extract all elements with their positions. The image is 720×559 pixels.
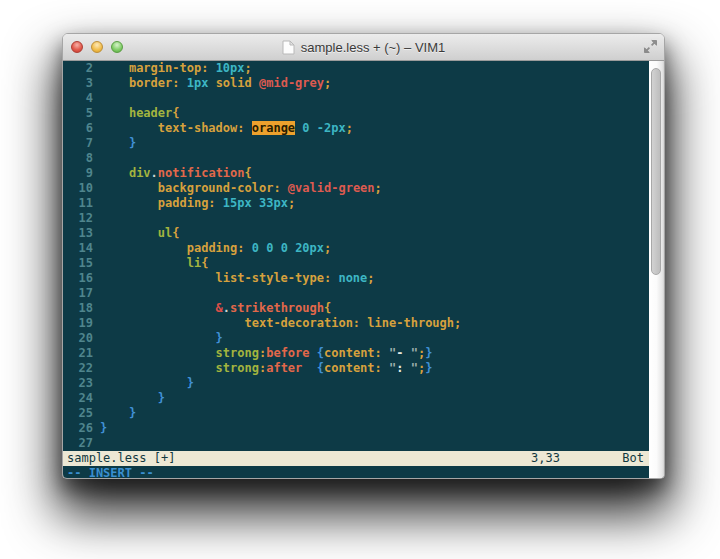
code-line: 20 } (65, 331, 649, 346)
statusline-filename: sample.less [+] (67, 451, 175, 465)
code-line: 11 padding: 15px 33px; (65, 196, 649, 211)
line-number: 26 (65, 421, 93, 436)
vim-window: sample.less + (~) – VIM1 2 margin-top: 1… (62, 33, 665, 479)
line-number: 27 (65, 436, 93, 451)
code-line: 12 (65, 211, 649, 226)
line-number: 11 (65, 196, 93, 211)
code-text: strong:before {content: "- ";} (100, 346, 432, 361)
line-number: 21 (65, 346, 93, 361)
code-text: text-shadow: orange 0 -2px; (100, 121, 353, 136)
line-number: 4 (65, 91, 93, 106)
window-title: sample.less + (~) – VIM1 (301, 40, 446, 55)
line-number: 12 (65, 211, 93, 226)
code-text: } (100, 421, 107, 436)
code-text: header{ (100, 106, 180, 121)
vim-command-line: -- INSERT -- (63, 466, 649, 479)
line-number: 18 (65, 301, 93, 316)
line-number: 14 (65, 241, 93, 256)
line-number: 8 (65, 151, 93, 166)
line-number: 2 (65, 61, 93, 76)
code-lines[interactable]: 2 margin-top: 10px;3 border: 1px solid @… (63, 61, 649, 451)
vim-mode-indicator: -- INSERT -- (67, 466, 154, 479)
code-line: 4 (65, 91, 649, 106)
code-line: 16 list-style-type: none; (65, 271, 649, 286)
line-number: 7 (65, 136, 93, 151)
code-text: padding: 0 0 0 20px; (100, 241, 331, 256)
line-number: 3 (65, 76, 93, 91)
zoom-button[interactable] (111, 41, 123, 53)
line-number: 5 (65, 106, 93, 121)
fullscreen-icon[interactable] (643, 39, 658, 58)
vim-statusline: sample.less [+] 3,33 Bot (63, 451, 649, 466)
code-text: div.notification{ (100, 166, 252, 181)
minimize-button[interactable] (91, 41, 103, 53)
code-text: &.strikethrough{ (100, 301, 331, 316)
code-text: background-color: @valid-green; (100, 181, 382, 196)
line-number: 16 (65, 271, 93, 286)
line-number: 19 (65, 316, 93, 331)
code-line: 27 (65, 436, 649, 451)
code-text: text-decoration: line-through; (100, 316, 461, 331)
code-text: } (100, 406, 136, 421)
line-number: 22 (65, 361, 93, 376)
code-text: strong:after {content: ": ";} (100, 361, 432, 376)
terminal-body: 2 margin-top: 10px;3 border: 1px solid @… (63, 61, 664, 479)
scrollbar-track[interactable] (649, 61, 664, 479)
code-line: 5 header{ (65, 106, 649, 121)
code-line: 25 } (65, 406, 649, 421)
code-line: 19 text-decoration: line-through; (65, 316, 649, 331)
code-line: 8 (65, 151, 649, 166)
code-line: 7 } (65, 136, 649, 151)
line-number: 6 (65, 121, 93, 136)
code-line: 13 ul{ (65, 226, 649, 241)
statusline-scroll-position: Bot (622, 451, 644, 466)
line-number: 13 (65, 226, 93, 241)
code-line: 2 margin-top: 10px; (65, 61, 649, 76)
line-number: 10 (65, 181, 93, 196)
code-text: li{ (100, 256, 208, 271)
line-number: 23 (65, 376, 93, 391)
editor-column: 2 margin-top: 10px;3 border: 1px solid @… (63, 61, 649, 479)
line-number: 25 (65, 406, 93, 421)
line-number: 9 (65, 166, 93, 181)
statusline-ruler: 3,33 (531, 451, 560, 466)
code-text: } (100, 376, 194, 391)
code-text: } (100, 391, 165, 406)
code-line: 26} (65, 421, 649, 436)
code-line: 3 border: 1px solid @mid-grey; (65, 76, 649, 91)
code-text: border: 1px solid @mid-grey; (100, 76, 331, 91)
window-title-area: sample.less + (~) – VIM1 (282, 40, 446, 55)
code-text: } (100, 136, 136, 151)
code-text: padding: 15px 33px; (100, 196, 295, 211)
code-line: 14 padding: 0 0 0 20px; (65, 241, 649, 256)
code-line: 6 text-shadow: orange 0 -2px; (65, 121, 649, 136)
line-number: 17 (65, 286, 93, 301)
code-text: list-style-type: none; (100, 271, 375, 286)
code-text: } (100, 331, 223, 346)
traffic-lights (71, 34, 123, 60)
line-number: 15 (65, 256, 93, 271)
close-button[interactable] (71, 41, 83, 53)
code-line: 17 (65, 286, 649, 301)
line-number: 20 (65, 331, 93, 346)
titlebar[interactable]: sample.less + (~) – VIM1 (63, 34, 664, 61)
code-text: ul{ (100, 226, 179, 241)
document-icon (282, 40, 295, 55)
scrollbar-thumb[interactable] (651, 68, 661, 275)
code-line: 24 } (65, 391, 649, 406)
code-line: 18 &.strikethrough{ (65, 301, 649, 316)
code-line: 21 strong:before {content: "- ";} (65, 346, 649, 361)
code-line: 22 strong:after {content: ": ";} (65, 361, 649, 376)
code-line: 23 } (65, 376, 649, 391)
line-number: 24 (65, 391, 93, 406)
code-line: 10 background-color: @valid-green; (65, 181, 649, 196)
code-line: 9 div.notification{ (65, 166, 649, 181)
code-line: 15 li{ (65, 256, 649, 271)
code-text: margin-top: 10px; (100, 61, 252, 76)
